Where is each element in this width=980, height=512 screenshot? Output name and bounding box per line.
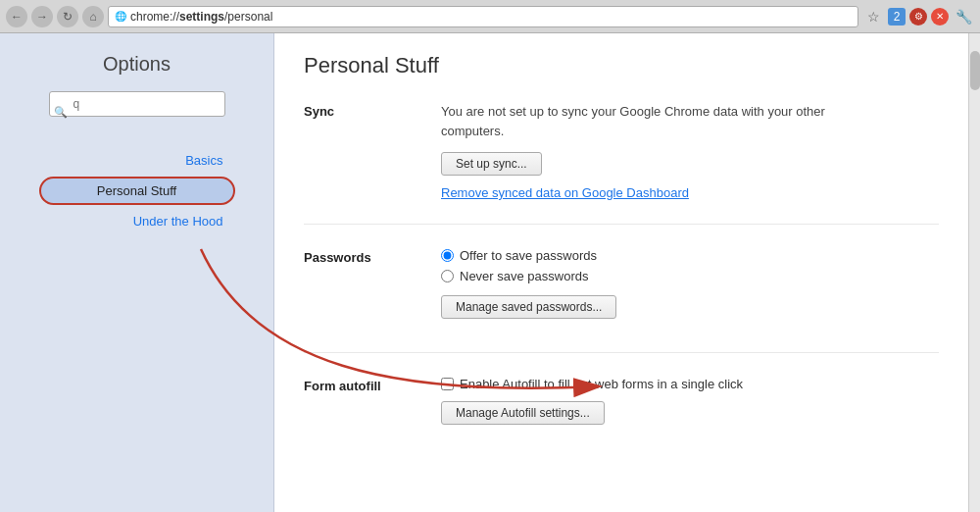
extension-icon-3[interactable]: ✕: [931, 8, 949, 26]
sidebar-item-under-the-hood[interactable]: Under the Hood: [39, 209, 235, 233]
sync-label: Sync: [304, 102, 441, 200]
sidebar-item-personal-stuff[interactable]: Personal Stuff: [39, 177, 235, 205]
never-save-label: Never save passwords: [460, 269, 589, 283]
lock-icon: 🌐: [115, 11, 126, 22]
passwords-section: Passwords Offer to save passwords Never …: [304, 248, 939, 353]
autofill-section: Form autofill Enable Autofill to fill ou…: [304, 377, 939, 458]
extension-icon-2[interactable]: ⚙: [909, 8, 927, 26]
enable-autofill-text: Enable Autofill to fill out web forms in…: [460, 377, 743, 391]
autofill-content: Enable Autofill to fill out web forms in…: [441, 377, 939, 435]
forward-button[interactable]: →: [31, 6, 53, 27]
passwords-content: Offer to save passwords Never save passw…: [441, 248, 939, 329]
star-button[interactable]: ☆: [862, 6, 884, 27]
page-title: Personal Stuff: [304, 53, 939, 78]
sidebar: Options Basics Personal Stuff Under the …: [0, 33, 274, 512]
browser-toolbar: ← → ↻ ⌂ 🌐 chrome://settings/personal ☆ 2…: [0, 0, 980, 33]
search-input[interactable]: [49, 91, 225, 117]
sync-content: You are not set up to sync your Google C…: [441, 102, 939, 200]
sidebar-nav: Basics Personal Stuff Under the Hood: [0, 148, 273, 233]
url-text: chrome://settings/personal: [130, 10, 272, 24]
back-button[interactable]: ←: [6, 6, 27, 27]
autofill-label: Form autofill: [304, 377, 441, 435]
setup-sync-button[interactable]: Set up sync...: [441, 152, 542, 176]
remove-synced-data-link[interactable]: Remove synced data on Google Dashboard: [441, 185, 689, 200]
scrollbar-track[interactable]: [968, 33, 980, 512]
passwords-label: Passwords: [304, 248, 441, 329]
scrollbar-thumb[interactable]: [970, 51, 980, 90]
search-wrapper: [49, 91, 225, 132]
never-save-radio-label[interactable]: Never save passwords: [441, 269, 939, 283]
address-bar[interactable]: 🌐 chrome://settings/personal: [108, 6, 858, 27]
enable-autofill-label[interactable]: Enable Autofill to fill out web forms in…: [441, 377, 939, 391]
sync-section: Sync You are not set up to sync your Goo…: [304, 102, 939, 225]
never-save-radio[interactable]: [441, 270, 454, 282]
password-radio-group: Offer to save passwords Never save passw…: [441, 248, 939, 283]
home-button[interactable]: ⌂: [82, 6, 104, 27]
toolbar-icons: ☆ 2 ⚙ ✕ 🔧: [862, 6, 974, 27]
sidebar-item-basics[interactable]: Basics: [39, 148, 235, 173]
wrench-button[interactable]: 🔧: [953, 6, 974, 27]
manage-autofill-button[interactable]: Manage Autofill settings...: [441, 401, 605, 425]
main-panel: Personal Stuff Sync You are not set up t…: [274, 33, 968, 512]
offer-save-label: Offer to save passwords: [460, 248, 597, 263]
sidebar-title: Options: [103, 53, 171, 76]
enable-autofill-checkbox[interactable]: [441, 378, 454, 390]
offer-save-radio[interactable]: [441, 249, 454, 262]
reload-button[interactable]: ↻: [57, 6, 78, 27]
browser-content: Options Basics Personal Stuff Under the …: [0, 33, 980, 512]
sync-description: You are not set up to sync your Google C…: [441, 102, 853, 140]
manage-saved-passwords-button[interactable]: Manage saved passwords...: [441, 295, 616, 319]
offer-save-radio-label[interactable]: Offer to save passwords: [441, 248, 939, 263]
extension-icon-1[interactable]: 2: [888, 8, 906, 26]
